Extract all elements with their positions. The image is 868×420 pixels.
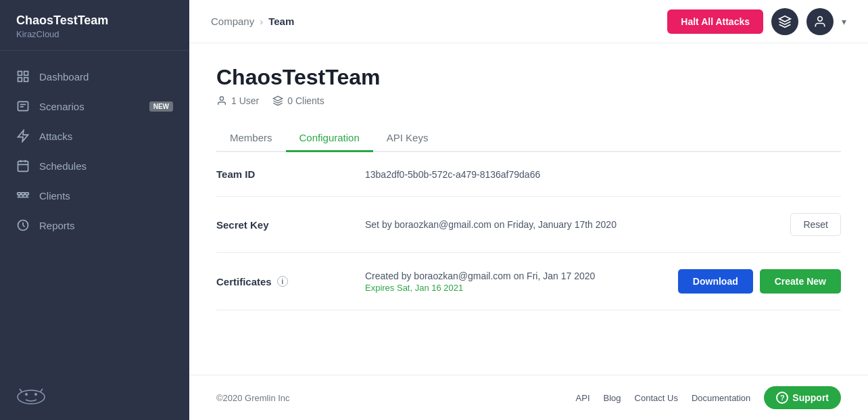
topbar-actions: Halt All Attacks ▾ <box>667 8 846 35</box>
chevron-down-icon[interactable]: ▾ <box>842 16 846 27</box>
clients-count: 0 Clients <box>272 95 324 106</box>
layers-icon-button[interactable] <box>771 8 798 35</box>
cert-expires: Expires Sat, Jan 16 2021 <box>365 283 665 293</box>
config-value-secret-key: Set by boraozkan@gmail.com on Friday, Ja… <box>365 219 777 230</box>
tab-members[interactable]: Members <box>216 125 286 152</box>
svg-rect-3 <box>24 78 28 82</box>
svg-point-24 <box>34 393 37 396</box>
user-avatar-button[interactable] <box>806 8 834 35</box>
breadcrumb-separator: › <box>260 16 263 27</box>
footer-link-api[interactable]: API <box>576 393 590 403</box>
main-content: Company › Team Halt All Attacks ▾ <box>189 0 868 420</box>
sidebar-item-reports[interactable]: Reports <box>0 210 189 240</box>
breadcrumb-parent: Company <box>211 16 254 27</box>
dashboard-icon <box>16 70 30 83</box>
sidebar-item-label: Attacks <box>39 131 72 142</box>
sidebar-item-dashboard[interactable]: Dashboard <box>0 62 189 91</box>
halt-all-attacks-button[interactable]: Halt All Attacks <box>667 9 763 34</box>
svg-marker-27 <box>779 16 791 21</box>
tab-api-keys[interactable]: API Keys <box>373 125 442 152</box>
sidebar-item-label: Scenarios <box>39 101 85 112</box>
support-icon: ? <box>776 392 788 404</box>
page-title: ChaosTestTeam <box>216 65 841 90</box>
tabs: Members Configuration API Keys <box>216 125 841 152</box>
svg-rect-13 <box>22 193 25 195</box>
info-icon: i <box>277 276 288 287</box>
config-table: Team ID 13ba2df0-5b0b-572c-a479-8136af79… <box>216 152 841 310</box>
config-row-team-id: Team ID 13ba2df0-5b0b-572c-a479-8136af79… <box>216 152 841 197</box>
download-button[interactable]: Download <box>678 269 753 294</box>
config-value-certificates: Created by boraozkan@gmail.com on Fri, J… <box>365 271 665 293</box>
svg-point-23 <box>25 393 28 396</box>
svg-line-21 <box>23 225 25 227</box>
footer: ©2020 Gremlin Inc API Blog Contact Us Do… <box>189 375 868 420</box>
attacks-icon <box>16 129 30 143</box>
gremlin-logo <box>16 388 173 406</box>
users-count: 1 User <box>216 95 259 106</box>
sidebar-item-label: Reports <box>39 220 75 231</box>
config-value-team-id: 13ba2df0-5b0b-572c-a479-8136af79da66 <box>365 169 841 180</box>
footer-link-docs[interactable]: Documentation <box>692 393 750 403</box>
svg-rect-2 <box>18 78 22 82</box>
sidebar-nav: Dashboard Scenarios NEW Attacks <box>0 51 189 374</box>
config-actions-secret-key: Reset <box>790 213 841 236</box>
config-label-team-id: Team ID <box>216 168 352 180</box>
sidebar-item-label: Clients <box>39 190 70 202</box>
config-actions-certificates: Download Create New <box>678 269 841 294</box>
footer-link-blog[interactable]: Blog <box>604 393 621 403</box>
svg-rect-0 <box>18 72 22 76</box>
sidebar-header: ChaosTestTeam KirazCloud <box>0 0 189 51</box>
breadcrumb-current: Team <box>268 16 294 27</box>
svg-rect-12 <box>18 193 21 195</box>
svg-line-25 <box>20 389 22 392</box>
create-new-button[interactable]: Create New <box>760 269 841 294</box>
schedules-icon <box>16 159 30 172</box>
config-row-certificates: Certificates i Created by boraozkan@gmai… <box>216 253 841 310</box>
clients-icon <box>16 189 30 202</box>
sidebar-footer <box>0 374 189 420</box>
sidebar: ChaosTestTeam KirazCloud Dashboard <box>0 0 189 420</box>
config-row-secret-key: Secret Key Set by boraozkan@gmail.com on… <box>216 197 841 253</box>
svg-point-28 <box>818 16 823 21</box>
footer-link-contact[interactable]: Contact Us <box>635 393 678 403</box>
user-icon <box>216 95 227 106</box>
clients-meta-icon <box>272 95 283 106</box>
svg-rect-1 <box>24 72 28 76</box>
sidebar-item-clients[interactable]: Clients <box>0 181 189 210</box>
svg-rect-14 <box>25 193 28 195</box>
svg-marker-7 <box>18 131 28 142</box>
breadcrumb: Company › Team <box>211 16 667 27</box>
footer-right: API Blog Contact Us Documentation ? Supp… <box>576 386 841 409</box>
sidebar-item-label: Dashboard <box>39 71 89 83</box>
svg-point-29 <box>220 97 223 100</box>
sidebar-item-scenarios[interactable]: Scenarios NEW <box>0 91 189 121</box>
page-meta: 1 User 0 Clients <box>216 95 841 106</box>
content-area: ChaosTestTeam 1 User 0 Clients Members <box>189 43 868 375</box>
config-label-certificates: Certificates i <box>216 276 352 287</box>
config-label-secret-key: Secret Key <box>216 219 352 231</box>
topbar: Company › Team Halt All Attacks ▾ <box>189 0 868 43</box>
svg-line-26 <box>41 389 43 392</box>
scenarios-icon <box>16 99 30 113</box>
footer-copyright: ©2020 Gremlin Inc <box>216 393 290 403</box>
reports-icon <box>16 218 30 232</box>
svg-marker-30 <box>274 96 283 101</box>
svg-rect-8 <box>18 161 28 171</box>
sidebar-item-attacks[interactable]: Attacks <box>0 121 189 151</box>
svg-point-22 <box>18 390 45 404</box>
new-badge: NEW <box>149 101 173 112</box>
sidebar-team-name: ChaosTestTeam <box>16 14 173 28</box>
sidebar-item-schedules[interactable]: Schedules <box>0 151 189 181</box>
reset-button[interactable]: Reset <box>790 213 841 236</box>
cert-created: Created by boraozkan@gmail.com on Fri, J… <box>365 271 665 281</box>
sidebar-item-label: Schedules <box>39 160 87 172</box>
sidebar-org-name: KirazCloud <box>16 29 173 39</box>
tab-configuration[interactable]: Configuration <box>286 125 373 152</box>
support-button[interactable]: ? Support <box>764 386 841 409</box>
